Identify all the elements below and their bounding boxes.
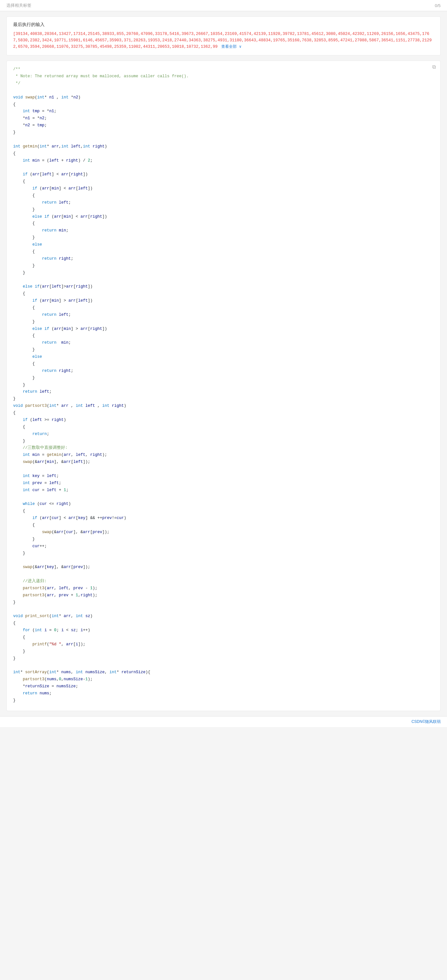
tag-count: 0/5 — [435, 3, 441, 8]
copy-button[interactable]: ⧉ — [432, 64, 436, 70]
last-input-title: 最后执行的输入 — [13, 22, 434, 27]
footer-brand: CSDN©随风联弱 — [411, 719, 441, 724]
expand-icon[interactable]: ∨ — [239, 45, 242, 49]
last-input-section: 最后执行的输入 [39134,40838,20364,13427,17314,2… — [6, 16, 441, 56]
top-bar: 选择相关标签 0/5 — [0, 0, 447, 11]
input-data: [39134,40838,20364,13427,17314,25145,389… — [13, 31, 434, 50]
page-wrapper: 选择相关标签 0/5 最后执行的输入 [39134,40838,20364,13… — [0, 0, 447, 980]
code-block: /** * Note: The returned array must be m… — [7, 61, 440, 711]
view-all-link[interactable]: 查看全部 — [221, 45, 237, 49]
tag-label: 选择相关标签 — [6, 3, 32, 8]
footer-bar: CSDN©随风联弱 — [0, 716, 447, 727]
code-card: ⧉ /** * Note: The returned array must be… — [6, 60, 441, 711]
